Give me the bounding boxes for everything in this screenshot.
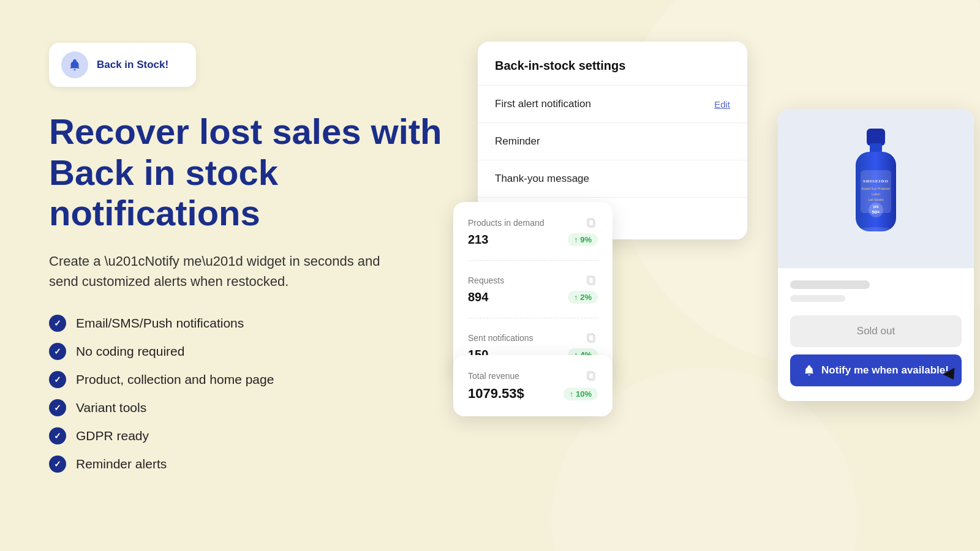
- brand-badge: Back in Stock!: [49, 43, 196, 87]
- svg-text:50+: 50+: [872, 209, 880, 215]
- check-icon: [49, 343, 66, 360]
- revenue-label: Total revenue: [468, 371, 519, 381]
- edit-link[interactable]: Edit: [714, 99, 730, 110]
- check-icon: [49, 371, 66, 388]
- list-item: No coding required: [49, 343, 466, 360]
- settings-item-label: First alert notification: [495, 98, 591, 110]
- product-info: Sold out Notify me when available!: [778, 268, 974, 401]
- check-icon: [49, 427, 66, 444]
- stat-label-text: Products in demand: [468, 218, 545, 228]
- list-item: Variant tools: [49, 399, 466, 416]
- feature-label: GDPR ready: [76, 429, 149, 443]
- feature-label: Email/SMS/Push notifications: [76, 316, 244, 331]
- product-image-area: SHISEIDO Expert Sun Protector Lotion Lai…: [778, 109, 974, 268]
- feature-list: Email/SMS/Push notifications No coding r…: [49, 315, 466, 473]
- settings-item-label: Thank-you message: [495, 173, 589, 185]
- feature-label: Product, collection and home page: [76, 372, 274, 387]
- svg-rect-8: [867, 129, 885, 146]
- stat-value: 213: [468, 233, 488, 247]
- check-icon: [49, 455, 66, 473]
- settings-item-thankyou: Thank-you message: [478, 160, 747, 198]
- stat-label-text: Requests: [468, 276, 504, 285]
- settings-item-first-alert: First alert notification Edit: [478, 86, 747, 123]
- check-icon: [49, 399, 66, 416]
- product-title-placeholder: [790, 280, 870, 289]
- copy-icon: [586, 217, 598, 229]
- svg-text:SPF: SPF: [873, 205, 879, 209]
- product-card: SHISEIDO Expert Sun Protector Lotion Lai…: [778, 109, 974, 401]
- check-icon: [49, 315, 66, 332]
- stat-requests: Requests 894 ↑ 2%: [468, 274, 598, 318]
- svg-text:SHISEIDO: SHISEIDO: [863, 179, 889, 184]
- copy-icon: [586, 274, 598, 287]
- brand-name: Back in Stock!: [97, 58, 168, 71]
- right-section: Back-in-stock settings First alert notif…: [429, 0, 980, 551]
- settings-panel-title: Back-in-stock settings: [478, 59, 747, 86]
- copy-icon: [586, 370, 598, 382]
- list-item: Product, collection and home page: [49, 371, 466, 388]
- product-image: SHISEIDO Expert Sun Protector Lotion Lai…: [836, 121, 916, 256]
- stats-card: Products in demand 213 ↑ 9% Requests: [453, 202, 612, 377]
- list-item: GDPR ready: [49, 427, 466, 444]
- svg-text:Expert Sun Protector: Expert Sun Protector: [862, 187, 891, 190]
- settings-item-reminder: Reminder: [478, 123, 747, 160]
- brand-icon: [61, 51, 88, 78]
- svg-text:Lait Solaire: Lait Solaire: [868, 198, 883, 201]
- feature-label: Reminder alerts: [76, 457, 167, 471]
- stat-badge: ↑ 2%: [568, 291, 598, 304]
- svg-text:Lotion: Lotion: [872, 192, 880, 196]
- notify-button-label: Notify me when available!: [821, 364, 949, 377]
- hero-subtitle: Create a \u201cNotify me\u201d widget in…: [49, 251, 417, 291]
- notify-me-button[interactable]: Notify me when available!: [790, 354, 962, 386]
- left-section: Back in Stock! Recover lost sales withBa…: [49, 43, 466, 484]
- sold-out-button: Sold out: [790, 315, 962, 347]
- bell-icon: [803, 364, 815, 377]
- product-subtitle-placeholder: [790, 295, 845, 302]
- list-item: Reminder alerts: [49, 455, 466, 473]
- feature-label: No coding required: [76, 344, 184, 359]
- bell-icon: [68, 58, 81, 72]
- stat-products-in-demand: Products in demand 213 ↑ 9%: [468, 217, 598, 261]
- list-item: Email/SMS/Push notifications: [49, 315, 466, 332]
- revenue-value: 1079.53$: [468, 386, 524, 402]
- settings-item-label: Reminder: [495, 135, 540, 148]
- stat-value: 894: [468, 290, 488, 304]
- revenue-card: Total revenue 1079.53$ ↑ 10%: [453, 355, 612, 416]
- svg-rect-9: [870, 143, 882, 153]
- stat-revenue: Total revenue 1079.53$ ↑ 10%: [468, 370, 598, 402]
- revenue-badge: ↑ 10%: [564, 388, 598, 400]
- copy-icon: [586, 332, 598, 344]
- stat-badge: ↑ 9%: [568, 233, 598, 246]
- feature-label: Variant tools: [76, 400, 146, 415]
- hero-title: Recover lost sales withBack in stock not…: [49, 111, 466, 234]
- svg-point-19: [859, 227, 893, 233]
- stat-label-text: Sent notifications: [468, 333, 533, 343]
